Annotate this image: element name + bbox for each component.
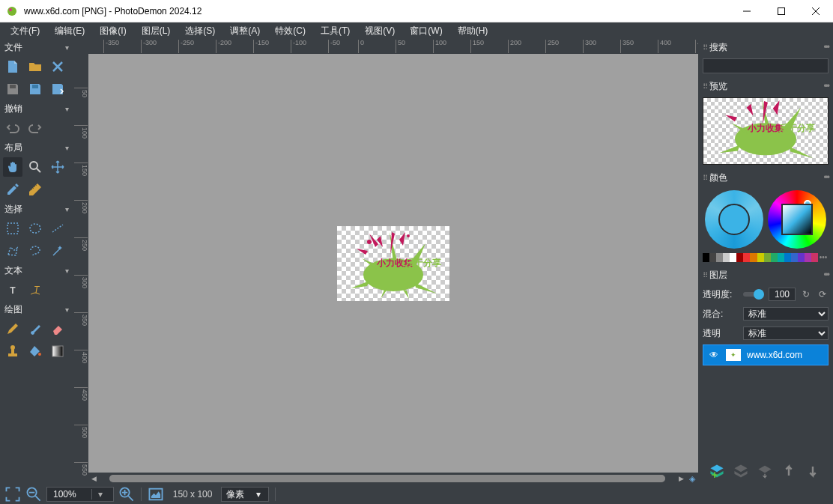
- poly-select-tool[interactable]: [3, 241, 22, 261]
- swatch[interactable]: [723, 253, 730, 262]
- color-wheel-hue[interactable]: [768, 190, 826, 249]
- scroll-left-icon[interactable]: ◀: [88, 475, 99, 482]
- swatch[interactable]: [736, 253, 743, 262]
- scroll-right-icon[interactable]: ▶: [676, 475, 686, 482]
- scrollbar-horizontal[interactable]: ◀ ▶: [88, 473, 686, 485]
- line-select-tool[interactable]: [48, 219, 67, 238]
- search-input[interactable]: [703, 58, 829, 73]
- layer-down-button[interactable]: [805, 463, 821, 479]
- swatch[interactable]: [778, 253, 784, 262]
- text-tool[interactable]: T: [3, 280, 22, 300]
- alpha-mode-select[interactable]: 标准: [743, 327, 829, 340]
- menu-tools[interactable]: 工具(T): [313, 23, 357, 39]
- swatch[interactable]: [703, 253, 709, 262]
- swatch[interactable]: [750, 253, 757, 262]
- zoom-tool[interactable]: [25, 157, 45, 177]
- eraser-tool[interactable]: [48, 319, 67, 338]
- swatch[interactable]: [716, 253, 723, 262]
- swatch[interactable]: [771, 253, 778, 262]
- move-tool[interactable]: [48, 157, 67, 177]
- save-all-button[interactable]: [48, 79, 67, 99]
- opacity-value[interactable]: 100: [769, 288, 796, 301]
- preview-panel-header[interactable]: ⠿预览•••: [698, 78, 833, 94]
- visibility-icon[interactable]: 👁: [708, 350, 720, 360]
- canvas-viewport[interactable]: 小力收集 乐于分享: [88, 54, 698, 473]
- swatch[interactable]: [784, 253, 791, 262]
- pencil-tool[interactable]: [3, 319, 22, 338]
- ellipse-select-tool[interactable]: [25, 219, 45, 238]
- panel-menu-icon[interactable]: •••: [823, 172, 829, 183]
- zoom-in-button[interactable]: [118, 486, 135, 503]
- toolbox-text-header[interactable]: 文本▾: [0, 262, 73, 279]
- panel-menu-icon[interactable]: •••: [823, 42, 829, 52]
- swatch-more-icon[interactable]: •••: [818, 253, 829, 262]
- add-layer-button[interactable]: +: [709, 463, 725, 479]
- gradient-tool[interactable]: [48, 341, 67, 361]
- new-file-button[interactable]: [3, 57, 22, 76]
- image-info-icon[interactable]: [148, 486, 164, 503]
- merge-down-button[interactable]: [757, 463, 773, 479]
- hand-tool[interactable]: [3, 157, 22, 177]
- swatch[interactable]: [709, 253, 716, 262]
- navigator-icon[interactable]: ◈: [686, 473, 698, 485]
- redo-button[interactable]: [25, 118, 45, 138]
- minimize-button[interactable]: [730, 0, 764, 22]
- menu-help[interactable]: 帮助(H): [450, 23, 496, 39]
- swatch[interactable]: [791, 253, 798, 262]
- unit-select[interactable]: 像素▾: [221, 487, 269, 502]
- opacity-link-icon[interactable]: ⟳: [817, 288, 829, 300]
- wand-select-tool[interactable]: [48, 241, 67, 261]
- menu-effects[interactable]: 特效(C): [267, 23, 313, 39]
- menu-select[interactable]: 选择(S): [178, 23, 222, 39]
- scrollbar-thumb[interactable]: [109, 475, 665, 482]
- lasso-select-tool[interactable]: [25, 241, 45, 261]
- toolbox-select-header[interactable]: 选择▾: [0, 201, 73, 217]
- preview-thumbnail[interactable]: 小力收集 乐于分享: [703, 97, 829, 165]
- save-copy-button[interactable]: [25, 79, 45, 99]
- swatch[interactable]: [764, 253, 771, 262]
- close-button[interactable]: [799, 0, 833, 22]
- stamp-tool[interactable]: [3, 341, 22, 361]
- brush-tool[interactable]: [25, 319, 45, 338]
- slider-knob[interactable]: [754, 289, 764, 300]
- swatch[interactable]: [757, 253, 764, 262]
- zoom-select[interactable]: 100%▾: [46, 487, 114, 502]
- color-wheel-shade[interactable]: [705, 190, 763, 249]
- opacity-slider[interactable]: [743, 292, 764, 297]
- menu-view[interactable]: 视图(V): [357, 23, 402, 39]
- blend-mode-select[interactable]: 标准: [743, 307, 829, 321]
- hue-indicator[interactable]: [804, 200, 811, 207]
- save-button[interactable]: [3, 79, 22, 99]
- canvas[interactable]: 小力收集 乐于分享: [337, 226, 449, 301]
- fit-screen-button[interactable]: [4, 486, 21, 503]
- menu-layer[interactable]: 图层(L): [134, 23, 178, 39]
- color-panel-header[interactable]: ⠿颜色•••: [698, 169, 833, 186]
- layer-up-button[interactable]: [781, 463, 797, 479]
- fill-tool[interactable]: [25, 341, 45, 361]
- ruler-horizontal[interactable]: -350 -300 -250 -200 -150 -100 -50 0 50 1…: [88, 39, 698, 54]
- swatch[interactable]: [743, 253, 750, 262]
- toolbox-draw-header[interactable]: 绘图▾: [0, 301, 73, 318]
- menu-image[interactable]: 图像(I): [92, 23, 133, 39]
- layers-panel-header[interactable]: ⠿图层•••: [698, 267, 833, 283]
- panel-menu-icon[interactable]: •••: [823, 270, 829, 280]
- eyedropper-tool[interactable]: [3, 180, 22, 199]
- swatch[interactable]: [730, 253, 736, 262]
- opacity-reset-icon[interactable]: ↻: [800, 288, 812, 300]
- open-file-button[interactable]: [25, 57, 45, 76]
- ruler-vertical[interactable]: 50 100 150 200 250 300 350 400 450 500 5…: [73, 54, 88, 485]
- close-file-button[interactable]: [48, 57, 67, 76]
- panel-menu-icon[interactable]: •••: [823, 81, 829, 91]
- swatch[interactable]: [811, 253, 818, 262]
- rect-select-tool[interactable]: [3, 219, 22, 238]
- toolbox-file-header[interactable]: 文件▾: [0, 39, 73, 55]
- delete-layer-button[interactable]: [733, 463, 749, 479]
- toolbox-layout-header[interactable]: 布局▾: [0, 139, 73, 156]
- swatch[interactable]: [798, 253, 805, 262]
- layer-item[interactable]: 👁 ✦ www.x6d.com: [703, 344, 829, 365]
- menu-window[interactable]: 窗口(W): [402, 23, 449, 39]
- toolbox-undo-header[interactable]: 撤销▾: [0, 100, 73, 117]
- menu-edit[interactable]: 编辑(E): [47, 23, 92, 39]
- undo-button[interactable]: [3, 118, 22, 138]
- search-panel-header[interactable]: ⠿搜索•••: [698, 39, 833, 55]
